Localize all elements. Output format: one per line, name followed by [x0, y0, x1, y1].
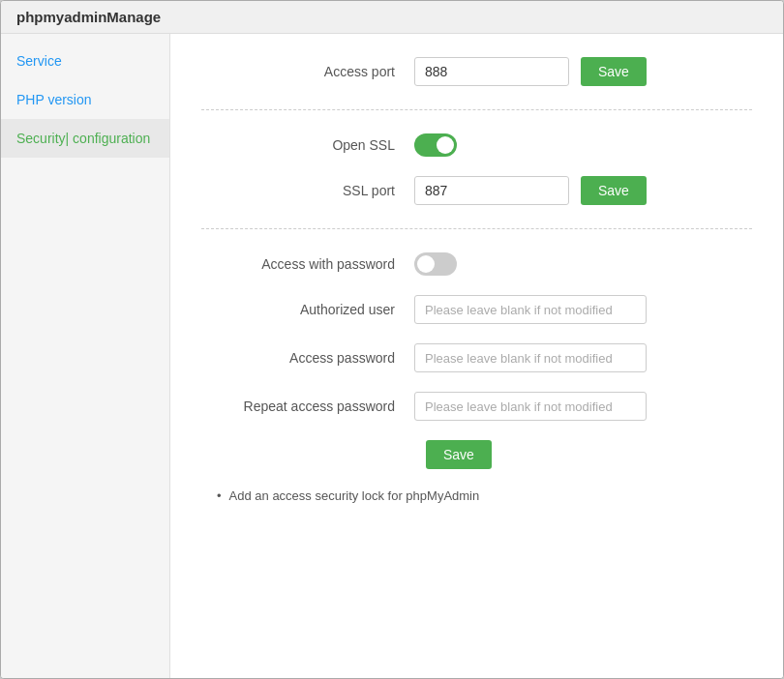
main-layout: Service PHP version Security| configurat… — [1, 34, 783, 678]
bullet-info: Add an access security lock for phpMyAdm… — [217, 488, 752, 503]
authorized-user-row: Authorized user — [201, 295, 752, 324]
content-area: Access port Save Open SSL SSL port — [170, 34, 783, 678]
divider-1 — [201, 109, 752, 110]
password-save-button[interactable]: Save — [426, 440, 492, 469]
main-window: phpmyadminManage Service PHP version Sec… — [0, 0, 784, 679]
authorized-user-label: Authorized user — [201, 302, 395, 317]
repeat-password-row: Repeat access password — [201, 392, 752, 421]
ssl-port-label: SSL port — [201, 183, 395, 198]
access-password-field-label: Access password — [201, 350, 395, 366]
access-password-input[interactable] — [414, 343, 647, 372]
ssl-port-row: SSL port Save — [201, 176, 752, 205]
open-ssl-row: Open SSL — [201, 133, 752, 157]
access-port-input[interactable] — [414, 57, 569, 86]
app-title: phpmyadminManage — [16, 9, 161, 25]
divider-2 — [201, 228, 752, 229]
password-section: Access with password Authorized user Acc… — [201, 252, 752, 503]
open-ssl-label: Open SSL — [201, 137, 395, 153]
access-password-slider — [414, 252, 457, 276]
open-ssl-slider — [414, 133, 457, 157]
access-port-save-button[interactable]: Save — [581, 57, 647, 86]
repeat-password-input[interactable] — [414, 392, 647, 421]
sidebar: Service PHP version Security| configurat… — [1, 34, 170, 678]
authorized-user-input[interactable] — [414, 295, 647, 324]
access-port-section: Access port Save — [201, 57, 752, 86]
sidebar-item-service-label: Service — [16, 53, 62, 69]
sidebar-item-security-label: Security| configuration — [16, 131, 150, 146]
sidebar-item-security-config[interactable]: Security| configuration — [1, 119, 169, 158]
ssl-section: Open SSL SSL port Save — [201, 133, 752, 205]
access-password-toggle-row: Access with password — [201, 252, 752, 276]
sidebar-item-service[interactable]: Service — [1, 42, 169, 80]
sidebar-item-php-label: PHP version — [16, 92, 92, 107]
repeat-password-label: Repeat access password — [201, 399, 395, 414]
access-password-row: Access password — [201, 343, 752, 372]
access-password-toggle[interactable] — [414, 252, 457, 276]
open-ssl-toggle[interactable] — [414, 133, 457, 157]
sidebar-item-php-version[interactable]: PHP version — [1, 80, 169, 119]
password-save-row: Save — [201, 440, 752, 469]
access-port-row: Access port Save — [201, 57, 752, 86]
ssl-port-save-button[interactable]: Save — [581, 176, 647, 205]
access-port-label: Access port — [201, 64, 395, 79]
titlebar: phpmyadminManage — [1, 1, 783, 34]
ssl-port-input[interactable] — [414, 176, 569, 205]
access-with-password-label: Access with password — [201, 256, 395, 272]
